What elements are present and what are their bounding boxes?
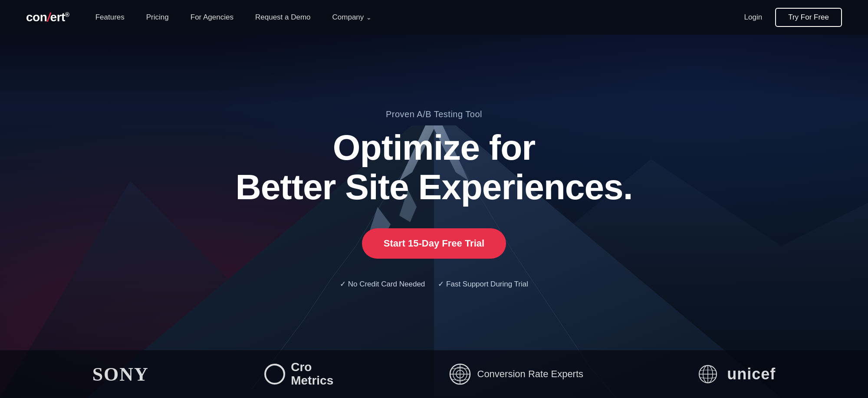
hero-title: Optimize for Better Site Experiences. <box>236 128 633 206</box>
navbar: con/ert® Features Pricing For Agencies R… <box>0 0 868 35</box>
try-for-free-button[interactable]: Try For Free <box>775 8 842 27</box>
nav-left: con/ert® Features Pricing For Agencies R… <box>26 10 372 24</box>
hero-subtitle: Proven A/B Testing Tool <box>236 109 633 119</box>
nav-agencies[interactable]: For Agencies <box>191 13 233 21</box>
logo-text: con/ert® <box>26 10 69 24</box>
nav-right: Login Try For Free <box>744 8 842 27</box>
sony-logo: SONY <box>92 363 149 385</box>
cre-icon <box>449 363 471 385</box>
hero-cta-button[interactable]: Start 15-Day Free Trial <box>362 228 506 259</box>
cre-text: Conversion Rate Experts <box>477 368 584 380</box>
nav-features[interactable]: Features <box>95 13 125 21</box>
crometrics-icon <box>264 363 286 385</box>
nav-company[interactable]: Company ⌄ <box>332 13 372 22</box>
cre-logo: Conversion Rate Experts <box>449 363 584 385</box>
unicef-globe-icon <box>698 365 717 384</box>
nav-links: Features Pricing For Agencies Request a … <box>95 13 372 22</box>
nav-company-label: Company <box>332 13 364 22</box>
nav-pricing[interactable]: Pricing <box>146 13 169 21</box>
hero-section: Proven A/B Testing Tool Optimize for Bet… <box>0 35 868 398</box>
perk-no-cc: ✓ No Credit Card Needed <box>340 280 425 289</box>
unicef-text: unicef <box>727 365 776 383</box>
hero-title-line2: Better Site Experiences. <box>236 167 633 207</box>
logos-bar: SONY Cro Metrics Conver <box>0 350 868 398</box>
hero-title-line1: Optimize for <box>333 128 535 167</box>
logo[interactable]: con/ert® <box>26 10 69 24</box>
crometrics-text: Cro Metrics <box>291 361 333 388</box>
perk-support: ✓ Fast Support During Trial <box>438 280 528 289</box>
nav-demo[interactable]: Request a Demo <box>255 13 311 21</box>
sony-logo-text: SONY <box>92 363 149 385</box>
hero-content: Proven A/B Testing Tool Optimize for Bet… <box>236 109 633 288</box>
hero-perks: ✓ No Credit Card Needed ✓ Fast Support D… <box>236 280 633 289</box>
chevron-down-icon: ⌄ <box>366 14 372 21</box>
crometrics-logo: Cro Metrics <box>264 361 333 388</box>
login-link[interactable]: Login <box>744 13 763 22</box>
unicef-logo: unicef <box>698 365 776 384</box>
